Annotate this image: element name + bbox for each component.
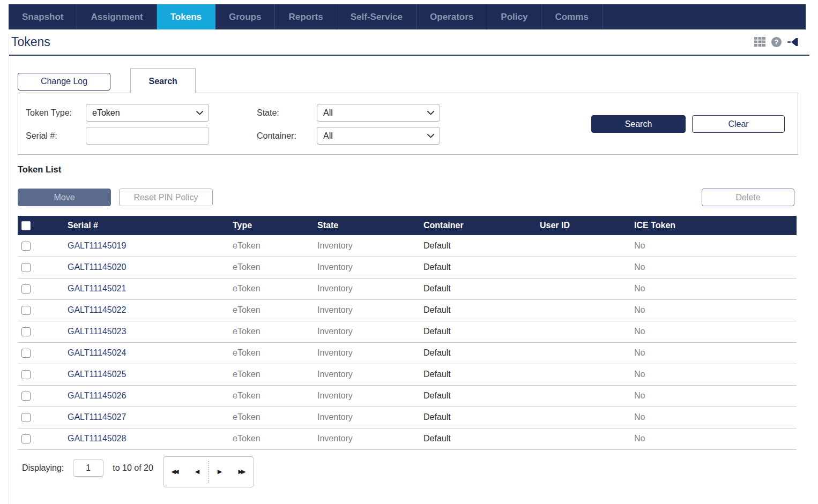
tab-policy[interactable]: Policy xyxy=(487,4,541,29)
type-cell: eToken xyxy=(233,299,317,321)
row-checkbox[interactable] xyxy=(21,263,31,272)
container-select-wrap: All xyxy=(317,127,440,145)
user-id-cell xyxy=(540,299,634,321)
state-cell: Inventory xyxy=(317,428,423,449)
tab-reports[interactable]: Reports xyxy=(275,4,337,29)
ice-token-cell: No xyxy=(634,278,797,299)
next-page-button[interactable]: ▶ xyxy=(209,457,230,487)
column-header-ice-token: ICE Token xyxy=(634,216,797,235)
row-checkbox[interactable] xyxy=(21,370,31,379)
user-id-cell xyxy=(540,407,634,428)
serial-link[interactable]: GALT11145023 xyxy=(68,321,233,342)
serial-link[interactable]: GALT11145026 xyxy=(68,385,233,407)
change-log-button[interactable]: Change Log xyxy=(18,73,110,91)
user-id-cell xyxy=(540,385,634,407)
serial-link[interactable]: GALT11145027 xyxy=(68,407,233,428)
page: Snapshot Assignment Tokens Groups Report… xyxy=(0,4,818,504)
type-cell: eToken xyxy=(233,235,317,257)
row-checkbox[interactable] xyxy=(21,434,31,443)
table-row: GALT11145024 eToken Inventory Default No xyxy=(18,342,797,364)
type-cell: eToken xyxy=(233,278,317,299)
previous-page-button[interactable]: ◀ xyxy=(187,457,208,487)
pin-icon[interactable] xyxy=(787,37,801,47)
serial-link[interactable]: GALT11145021 xyxy=(68,278,233,299)
container-cell: Default xyxy=(423,364,540,385)
serial-link[interactable]: GALT11145022 xyxy=(68,299,233,321)
state-cell: Inventory xyxy=(317,235,423,257)
state-select-wrap: All xyxy=(317,104,440,122)
search-button[interactable]: Search xyxy=(591,115,686,133)
tab-tokens[interactable]: Tokens xyxy=(157,4,215,29)
user-id-cell xyxy=(540,342,634,364)
tab-groups[interactable]: Groups xyxy=(215,4,275,29)
tab-search[interactable]: Search xyxy=(130,68,195,93)
table-row: GALT11145021 eToken Inventory Default No xyxy=(18,278,797,299)
container-cell: Default xyxy=(423,257,540,278)
ice-token-cell: No xyxy=(634,385,797,407)
search-panel: Token Type: eToken State: All Serial xyxy=(18,93,798,155)
last-page-button[interactable]: ▶▶ xyxy=(230,457,254,487)
reset-pin-policy-button[interactable]: Reset PIN Policy xyxy=(119,189,213,206)
serial-link[interactable]: GALT11145025 xyxy=(68,364,233,385)
serial-label: Serial #: xyxy=(26,131,86,141)
ice-token-cell: No xyxy=(634,321,797,342)
user-id-cell xyxy=(540,235,634,257)
column-header-serial: Serial # xyxy=(68,216,233,235)
tab-operators[interactable]: Operators xyxy=(417,4,487,29)
serial-input[interactable] xyxy=(86,127,209,145)
row-checkbox[interactable] xyxy=(21,413,31,422)
tab-comms[interactable]: Comms xyxy=(541,4,602,29)
first-page-button[interactable]: ◀◀ xyxy=(163,457,187,487)
row-checkbox[interactable] xyxy=(21,306,31,315)
delete-button[interactable]: Delete xyxy=(702,189,794,206)
state-label: State: xyxy=(257,108,317,118)
token-type-select[interactable]: eToken xyxy=(86,104,209,122)
type-cell: eToken xyxy=(233,342,317,364)
container-cell: Default xyxy=(423,385,540,407)
token-type-label: Token Type: xyxy=(26,108,86,118)
ice-token-cell: No xyxy=(634,342,797,364)
type-cell: eToken xyxy=(233,257,317,278)
ice-token-cell: No xyxy=(634,257,797,278)
tab-self-service[interactable]: Self-Service xyxy=(337,4,417,29)
ice-token-cell: No xyxy=(634,364,797,385)
container-cell: Default xyxy=(423,235,540,257)
type-cell: eToken xyxy=(233,385,317,407)
token-list-heading: Token List xyxy=(18,164,818,175)
state-select[interactable]: All xyxy=(317,104,440,122)
displaying-label: Displaying: xyxy=(22,463,64,473)
ice-token-cell: No xyxy=(634,407,797,428)
container-select[interactable]: All xyxy=(317,127,440,145)
table-grid-icon[interactable] xyxy=(754,37,765,47)
tab-snapshot[interactable]: Snapshot xyxy=(9,4,77,29)
user-id-cell xyxy=(540,364,634,385)
state-cell: Inventory xyxy=(317,299,423,321)
move-button[interactable]: Move xyxy=(18,189,111,206)
row-checkbox[interactable] xyxy=(21,327,31,336)
help-icon[interactable]: ? xyxy=(771,37,782,47)
row-checkbox[interactable] xyxy=(21,284,31,294)
title-bar: Tokens ? xyxy=(0,29,818,54)
container-cell: Default xyxy=(423,407,540,428)
page-number-input[interactable] xyxy=(73,460,103,477)
container-label: Container: xyxy=(257,131,317,141)
serial-link[interactable]: GALT11145019 xyxy=(68,235,233,257)
help-icon-glyph: ? xyxy=(771,37,782,47)
serial-link[interactable]: GALT11145024 xyxy=(68,342,233,364)
user-id-cell xyxy=(540,257,634,278)
clear-button[interactable]: Clear xyxy=(692,115,785,133)
tab-assignment[interactable]: Assignment xyxy=(77,4,157,29)
serial-link[interactable]: GALT11145028 xyxy=(68,428,233,449)
row-checkbox[interactable] xyxy=(21,242,31,251)
select-all-checkbox[interactable] xyxy=(21,221,31,230)
user-id-cell xyxy=(540,278,634,299)
container-cell: Default xyxy=(423,342,540,364)
row-checkbox[interactable] xyxy=(21,349,31,358)
state-cell: Inventory xyxy=(317,278,423,299)
serial-link[interactable]: GALT11145020 xyxy=(68,257,233,278)
token-type-select-wrap: eToken xyxy=(86,104,209,122)
column-header-state: State xyxy=(317,216,423,235)
title-icons: ? xyxy=(754,37,801,47)
row-checkbox[interactable] xyxy=(21,392,31,401)
nav-filler xyxy=(603,4,806,29)
